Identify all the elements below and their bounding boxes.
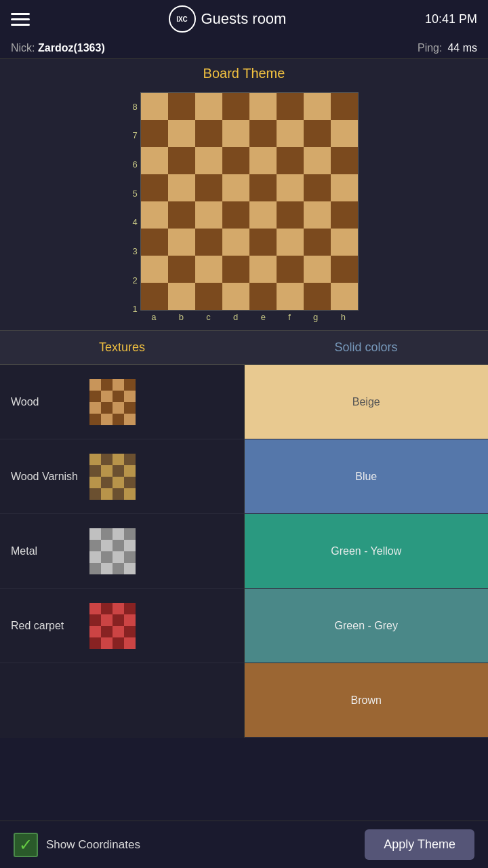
chess-cell (168, 147, 195, 174)
tab-textures[interactable]: Textures (0, 331, 244, 364)
chess-cell (195, 120, 222, 147)
preview-cell (113, 454, 124, 465)
chess-cell (222, 256, 249, 283)
chess-cell (249, 229, 277, 256)
preview-cell (124, 551, 136, 563)
chess-cell (331, 120, 358, 147)
chess-cell (249, 201, 277, 229)
checkmark-icon: ✓ (19, 835, 33, 854)
preview-cell (101, 402, 113, 414)
nick-section: Nick: Zardoz(1363) (11, 42, 105, 54)
preview-cell (113, 551, 124, 563)
chess-cell (304, 256, 331, 283)
preview-cell (101, 626, 113, 637)
chess-cell (168, 229, 195, 256)
preview-cell (113, 414, 124, 425)
textures-column: Wood Wood Varnish Metal Red carpet (0, 365, 245, 738)
preview-cell (113, 465, 124, 477)
texture-wood-varnish-label: Wood Varnish (11, 471, 79, 483)
tabs-row: Textures Solid colors (0, 330, 488, 365)
apply-theme-button[interactable]: Apply Theme (365, 829, 474, 860)
chess-cell (277, 174, 304, 201)
preview-cell (113, 488, 124, 500)
preview-cell (113, 540, 124, 551)
chess-cell (277, 120, 304, 147)
texture-red-carpet[interactable]: Red carpet (0, 589, 244, 663)
chess-cell (304, 283, 331, 310)
chess-board (140, 92, 359, 311)
preview-cell (89, 454, 101, 465)
board-theme-title: Board Theme (0, 59, 488, 85)
preview-cell (89, 528, 101, 540)
header-center: IXC Guests room (169, 5, 287, 33)
chess-cell (141, 283, 168, 310)
preview-cell (101, 379, 113, 391)
preview-cell (113, 603, 124, 614)
preview-cell (113, 402, 124, 414)
chess-board-container: 8 7 6 5 4 3 2 1 a b c d e f g h (0, 85, 488, 330)
preview-cell (113, 379, 124, 391)
chess-cell (195, 201, 222, 229)
preview-cell (89, 614, 101, 626)
solid-green-grey[interactable]: Green - Grey (245, 589, 489, 663)
chess-cell (331, 229, 358, 256)
chess-cell (195, 283, 222, 310)
solid-colors-column: Beige Blue Green - Yellow Green - Grey B… (245, 365, 489, 738)
preview-cell (101, 603, 113, 614)
ping-value: 44 ms (447, 42, 477, 54)
chess-cell (331, 201, 358, 229)
chess-cell (331, 283, 358, 310)
menu-button[interactable] (11, 13, 30, 26)
red-carpet-preview (89, 603, 136, 649)
chess-cell (222, 147, 249, 174)
texture-metal[interactable]: Metal (0, 514, 244, 589)
app-header: IXC Guests room 10:41 PM (0, 0, 488, 38)
chess-cell (141, 201, 168, 229)
texture-wood-label: Wood (11, 396, 79, 408)
solid-blue[interactable]: Blue (245, 439, 489, 514)
chess-cell (249, 283, 277, 310)
preview-cell (101, 391, 113, 402)
solid-green-yellow[interactable]: Green - Yellow (245, 514, 489, 589)
preview-cell (101, 637, 113, 649)
chess-cell (141, 256, 168, 283)
chess-cell (249, 174, 277, 201)
texture-wood-varnish[interactable]: Wood Varnish (0, 439, 244, 514)
chess-cell (141, 174, 168, 201)
texture-metal-label: Metal (11, 545, 79, 557)
chess-cell (222, 201, 249, 229)
file-labels: a b c d e f g h (140, 311, 357, 323)
solid-brown[interactable]: Brown (245, 663, 489, 738)
chess-cell (141, 147, 168, 174)
chess-cell (249, 93, 277, 120)
preview-cell (101, 563, 113, 574)
wood-preview (89, 379, 136, 425)
chess-cell (277, 283, 304, 310)
chess-cell (277, 201, 304, 229)
chess-cell (277, 93, 304, 120)
show-coords-label: Show Coordinates (46, 838, 140, 852)
preview-cell (113, 528, 124, 540)
texture-wood[interactable]: Wood (0, 365, 244, 439)
preview-cell (89, 477, 101, 488)
chess-cell (168, 93, 195, 120)
preview-cell (124, 379, 136, 391)
preview-cell (101, 540, 113, 551)
app-logo: IXC (169, 5, 196, 33)
show-coords-checkbox[interactable]: ✓ (14, 833, 38, 857)
chess-cell (331, 174, 358, 201)
chess-cell (331, 93, 358, 120)
preview-cell (124, 488, 136, 500)
chess-cell (304, 229, 331, 256)
chess-cell (304, 201, 331, 229)
preview-cell (124, 414, 136, 425)
preview-cell (124, 477, 136, 488)
preview-cell (113, 477, 124, 488)
tab-solid-colors[interactable]: Solid colors (244, 331, 488, 364)
solid-beige[interactable]: Beige (245, 365, 489, 439)
chess-cell (331, 256, 358, 283)
metal-preview (89, 528, 136, 574)
preview-cell (89, 465, 101, 477)
chess-cell (249, 147, 277, 174)
preview-cell (113, 563, 124, 574)
